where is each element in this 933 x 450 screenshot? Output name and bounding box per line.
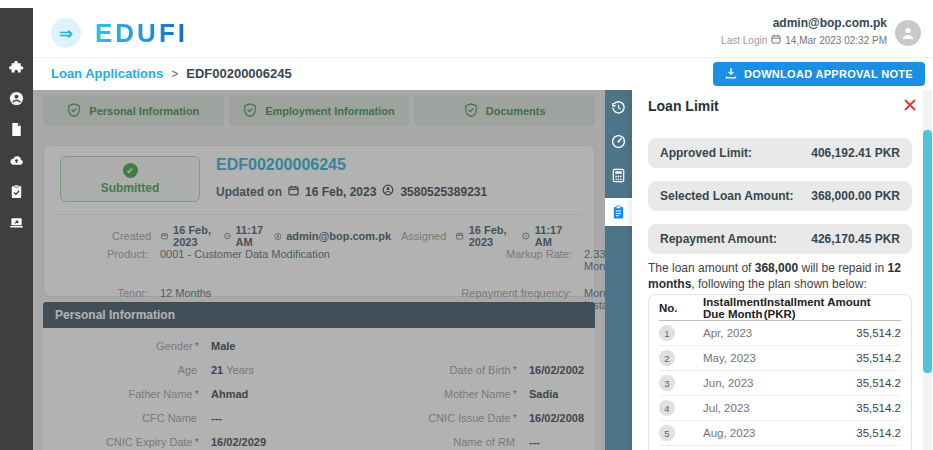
- created-label: Created: [112, 230, 151, 242]
- tenor-value: 12 Months: [160, 287, 372, 311]
- breadcrumb-current: EDF00200006245: [186, 66, 292, 81]
- updated-row: Updated on 16 Feb, 2023 3580525389231: [216, 184, 487, 199]
- cloud-upload-icon[interactable]: [0, 145, 33, 176]
- field-value: Male: [211, 340, 337, 352]
- laptop-share-icon[interactable]: [0, 207, 33, 238]
- application-detail-area: Personal Information Employment Informat…: [33, 90, 605, 450]
- field-label: Date of Birth*: [349, 364, 517, 376]
- tab-label: Documents: [486, 105, 546, 117]
- double-arrow-icon: ⇒: [59, 24, 72, 43]
- field-value: [529, 340, 595, 352]
- person-icon: [382, 184, 394, 199]
- calendar-icon: [288, 185, 299, 199]
- field-value: ---: [529, 436, 595, 448]
- created-date: 16 Feb, 2023 11:17 AM admin@bop.com.pk: [161, 224, 391, 248]
- selected-loan-amount-label: Selected Loan Amount:: [660, 189, 794, 203]
- repayment-amount-value: 426,170.45 PKR: [811, 232, 900, 246]
- field-value: 21Years: [211, 364, 337, 376]
- close-icon[interactable]: [903, 98, 917, 112]
- tab-label: Employment Information: [265, 105, 395, 117]
- table-row: 5 Aug, 2023 35,514.2: [659, 421, 901, 446]
- created-assigned-row: Created 16 Feb, 2023 11:17 AM admin@bop.…: [112, 224, 580, 248]
- clipboard-check-icon[interactable]: [0, 176, 33, 207]
- repayment-plan-description: The loan amount of 368,000 will be repai…: [648, 260, 916, 292]
- field-label: CFC Name: [43, 412, 199, 424]
- personal-information-section: Personal Information Gender* Male Age 21…: [43, 302, 595, 450]
- loan-limit-summary: Approved Limit: 406,192.41 PKR Selected …: [648, 138, 912, 267]
- panel-scrollbar-thumb[interactable]: [923, 130, 932, 373]
- assigned-date: 16 Feb, 2023 11:17 AM: [456, 224, 570, 248]
- approved-limit-value: 406,192.41 PKR: [811, 146, 900, 160]
- calendar-icon: [771, 34, 781, 46]
- user-info: admin@bop.com.pk Last Login 14,Mar 2023 …: [721, 15, 887, 46]
- top-header: ⇒ EDUFI admin@bop.com.pk Last Login 14,M…: [33, 8, 933, 58]
- gauge-icon[interactable]: [605, 126, 632, 156]
- app-logo: EDUFI: [95, 18, 188, 49]
- left-nav-sidebar: [0, 8, 33, 450]
- selected-loan-amount-value: 368,000.00 PKR: [811, 189, 900, 203]
- loan-limit-panel: Loan Limit Approved Limit: 406,192.41 PK…: [632, 88, 933, 450]
- avatar[interactable]: [895, 20, 921, 46]
- side-tool-strip: [605, 88, 632, 450]
- field-label: Name of RM: [349, 436, 517, 448]
- download-approval-note-button[interactable]: DOWNLOAD APPROVAL NOTE: [713, 62, 925, 86]
- shield-check-icon: [67, 103, 81, 119]
- selected-loan-amount-row: Selected Loan Amount: 368,000.00 PKR: [648, 181, 912, 211]
- field-label: CNIC Expiry Date*: [43, 436, 199, 448]
- section-body: Gender* Male Age 21Years Date of Birth* …: [43, 328, 595, 450]
- col-amount: Installment Amount (PKR): [764, 296, 901, 320]
- field-label: [349, 340, 517, 352]
- created-by: admin@bop.com.pk: [286, 230, 391, 242]
- field-value: Ahmad: [211, 388, 337, 400]
- loan-application-page: ⇒ EDUFI admin@bop.com.pk Last Login 14,M…: [0, 0, 933, 450]
- history-icon[interactable]: [605, 92, 632, 122]
- field-label: Age: [43, 364, 199, 376]
- sidebar-toggle-button[interactable]: ⇒: [51, 18, 81, 48]
- breadcrumb-loan-applications[interactable]: Loan Applications: [51, 66, 163, 81]
- product-label: Product:: [58, 248, 148, 272]
- download-icon: [725, 67, 737, 81]
- breadcrumb: Loan Applications > EDF00200006245: [51, 66, 292, 81]
- calculator-icon[interactable]: [605, 160, 632, 190]
- updated-on-label: Updated on: [216, 185, 282, 199]
- user-circle-icon[interactable]: [0, 83, 33, 114]
- product-value: 0001 - Customer Data Modification: [160, 248, 372, 272]
- user-email: admin@bop.com.pk: [721, 15, 887, 31]
- section-header: Personal Information: [43, 302, 595, 328]
- last-login-value: 14,Mar 2023 02:32 PM: [785, 35, 887, 46]
- last-login: Last Login 14,Mar 2023 02:32 PM: [721, 34, 887, 46]
- clipboard-icon[interactable]: [605, 198, 632, 226]
- tenor-label: Tenor:: [58, 287, 148, 311]
- tab-label: Personal Information: [89, 105, 199, 117]
- download-button-label: DOWNLOAD APPROVAL NOTE: [744, 68, 913, 80]
- tab-documents[interactable]: Documents: [414, 96, 595, 126]
- col-no: No.: [659, 302, 689, 314]
- approved-limit-row: Approved Limit: 406,192.41 PKR: [648, 138, 912, 168]
- assigned-group: Assigned 16 Feb, 2023 11:17 AM: [401, 224, 580, 248]
- section-tabs: Personal Information Employment Informat…: [43, 96, 595, 126]
- check-circle-icon: ✔: [123, 163, 138, 178]
- panel-title: Loan Limit: [648, 98, 719, 114]
- application-id-link[interactable]: EDF00200006245: [216, 156, 346, 174]
- repayment-frequency-label: Repayment frequency:: [384, 287, 572, 311]
- field-value: ---: [211, 412, 337, 424]
- approved-limit-label: Approved Limit:: [660, 146, 752, 160]
- product-terms-grid: Product: 0001 - Customer Data Modificati…: [58, 248, 586, 311]
- status-label: Submitted: [101, 181, 160, 195]
- markup-rate-label: Markup Rate:: [384, 248, 572, 272]
- last-login-label: Last Login: [721, 35, 767, 46]
- repayment-frequency-value: Monthly Installments: [584, 287, 605, 311]
- table-row: 2 May, 2023 35,514.2: [659, 346, 901, 371]
- document-icon[interactable]: [0, 114, 33, 145]
- puzzle-icon[interactable]: [0, 52, 33, 83]
- table-row: 6 Sep, 2023 35,514.2: [659, 446, 901, 450]
- tab-personal-information[interactable]: Personal Information: [43, 96, 224, 126]
- field-label: Father Name*: [43, 388, 199, 400]
- markup-rate-value: 2.33% per Month: [584, 248, 605, 272]
- field-value: Sadia: [529, 388, 595, 400]
- installment-table: No. Installment Due Month Installment Am…: [648, 294, 912, 450]
- tab-employment-information[interactable]: Employment Information: [229, 96, 410, 126]
- col-due-month: Installment Due Month: [689, 296, 764, 320]
- applicant-cnic: 3580525389231: [400, 185, 487, 199]
- status-badge: ✔ Submitted: [60, 156, 200, 202]
